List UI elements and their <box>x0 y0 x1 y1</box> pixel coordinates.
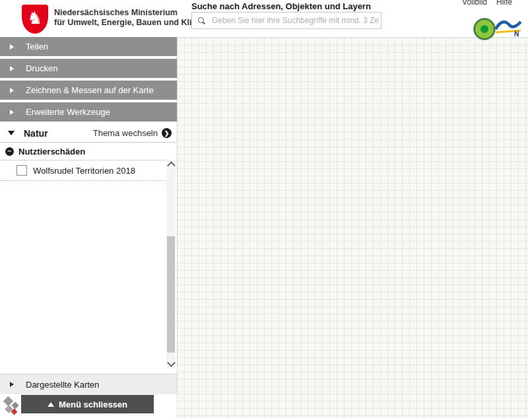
sidebar-item-teilen[interactable]: Teilen <box>0 37 177 56</box>
svg-text:N: N <box>514 30 519 37</box>
close-menu-label: Menü schliessen <box>59 400 127 409</box>
layer-group-header[interactable]: − Nutztierschäden <box>0 143 177 160</box>
header: ♞ Niedersächsisches Ministerium für Umwe… <box>0 0 528 37</box>
search-input[interactable] <box>211 15 381 26</box>
sidebar-menu: TeilenDruckenZeichnen & Messen auf der K… <box>0 37 177 122</box>
scrollbar[interactable] <box>166 160 176 368</box>
scroll-up-icon[interactable] <box>167 161 176 170</box>
layer-list: Wolfsrudel Territorien 2018 <box>0 160 165 181</box>
fullscreen-link[interactable]: Vollbild <box>462 0 487 7</box>
app-logo <box>2 396 22 416</box>
search-icon <box>198 17 205 24</box>
map-canvas[interactable] <box>177 37 528 418</box>
sidebar-item-dargestellte-karten[interactable]: Dargestellte Karten <box>0 374 177 394</box>
theme-row: Natur Thema wechseln ❯ <box>0 124 177 143</box>
layer-row-wolfsrudel-territorien-2018: Wolfsrudel Territorien 2018 <box>0 160 165 181</box>
sidebar-item-label: Erweiterte Werkzeuge <box>26 107 110 117</box>
status-indicator-icon[interactable] <box>474 18 495 40</box>
arrow-right-icon: ❯ <box>162 128 172 138</box>
sidebar-item-label: Zeichnen & Messen auf der Karte <box>26 85 154 95</box>
layer-group-label: Nutztierschäden <box>18 147 85 157</box>
search-title: Suche nach Adressen, Objekten und Layern <box>191 1 371 11</box>
sidebar: TeilenDruckenZeichnen & Messen auf der K… <box>0 37 178 394</box>
chevron-up-icon <box>48 402 54 407</box>
horse-icon: ♞ <box>27 9 42 26</box>
theme-label: Natur <box>24 128 48 139</box>
layer-checkbox[interactable] <box>16 165 27 176</box>
top-links: Vollbild Hilfe <box>462 0 512 7</box>
close-menu-button[interactable]: Menü schliessen <box>21 395 154 413</box>
expand-icon <box>10 382 14 387</box>
layer-label: Wolfsrudel Territorien 2018 <box>33 166 135 176</box>
scroll-down-icon[interactable] <box>167 359 176 367</box>
help-link[interactable]: Hilfe <box>496 0 512 7</box>
chevron-down-icon[interactable] <box>8 131 15 135</box>
search-box[interactable] <box>191 12 381 29</box>
sidebar-item-label: Dargestellte Karten <box>26 380 99 390</box>
expand-icon <box>10 110 14 115</box>
theme-switch-button[interactable]: Thema wechseln ❯ <box>93 128 172 138</box>
niedersachsen-logo-icon: N <box>495 18 521 37</box>
sidebar-item-erweiterte-werkzeuge[interactable]: Erweiterte Werkzeuge <box>0 102 177 122</box>
sidebar-item-drucken[interactable]: Drucken <box>0 59 177 78</box>
scrollbar-thumb[interactable] <box>167 236 175 353</box>
theme-switch-label: Thema wechseln <box>93 128 158 138</box>
sidebar-item-zeichnen-messen-auf-der-karte[interactable]: Zeichnen & Messen auf der Karte <box>0 81 177 100</box>
collapse-icon[interactable]: − <box>5 147 14 156</box>
expand-icon <box>10 66 14 71</box>
lower-saxony-coat-of-arms: ♞ <box>22 5 48 34</box>
sidebar-item-label: Drucken <box>26 63 57 73</box>
expand-icon <box>10 88 14 93</box>
expand-icon <box>10 44 14 50</box>
sidebar-item-label: Teilen <box>26 42 48 52</box>
